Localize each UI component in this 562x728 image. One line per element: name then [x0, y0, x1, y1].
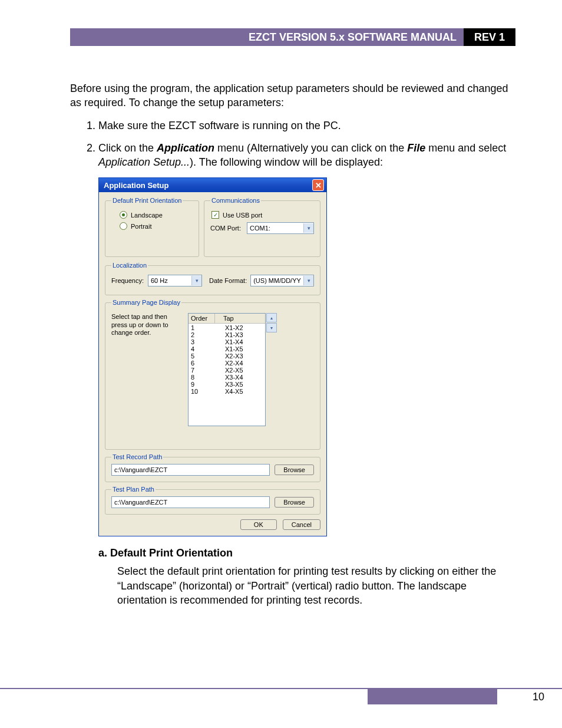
label-frequency: Frequency: — [111, 277, 144, 284]
group-test-plan-path: Test Plan Path c:\Vanguard\EZCT Browse — [105, 486, 320, 515]
list-item[interactable]: 6X2-X4 — [189, 360, 265, 367]
list-item[interactable]: 8X3-X4 — [189, 374, 265, 381]
checkbox-icon: ✓ — [211, 211, 219, 219]
plan-path-input[interactable]: c:\Vanguard\EZCT — [111, 496, 270, 508]
tap-order-listbox[interactable]: Order Tap 1X1-X22X1-X33X1-X44X1-X55X2-X3… — [188, 313, 266, 426]
combo-com-port[interactable]: COM1: ▾ — [247, 222, 314, 234]
menu-file: File — [407, 142, 425, 154]
legend-plan-path: Test Plan Path — [111, 486, 156, 493]
dialog-titlebar[interactable]: Application Setup ✕ — [99, 178, 326, 192]
chevron-down-icon: ▾ — [303, 276, 313, 285]
combo-date-format[interactable]: (US) MM/DD/YY ▾ — [250, 275, 314, 286]
radio-portrait[interactable]: Portrait — [120, 222, 193, 230]
section-a-heading: a. Default Print Orientation — [98, 547, 515, 559]
spin-up-button[interactable]: ▴ — [266, 313, 277, 322]
step-2: Click on the Application menu (Alternati… — [98, 141, 515, 170]
legend-localization: Localization — [111, 262, 148, 269]
legend-record-path: Test Record Path — [111, 453, 163, 460]
ok-button[interactable]: OK — [240, 519, 277, 530]
col-tap: Tap — [215, 314, 265, 323]
dialog-title: Application Setup — [104, 181, 169, 190]
record-path-input[interactable]: c:\Vanguard\EZCT — [111, 464, 270, 476]
label-date-format: Date Format: — [209, 277, 247, 284]
list-item[interactable]: 3X1-X4 — [189, 338, 265, 345]
group-summary-page: Summary Page Display Select tap and then… — [105, 299, 320, 450]
list-item[interactable]: 1X1-X2 — [189, 324, 265, 331]
step-1: Make sure the EZCT software is running o… — [98, 118, 515, 133]
browse-plan-button[interactable]: Browse — [275, 497, 314, 508]
legend-summary: Summary Page Display — [111, 299, 181, 306]
radio-icon — [120, 211, 127, 219]
col-order: Order — [189, 314, 215, 323]
browse-record-button[interactable]: Browse — [275, 465, 314, 475]
chevron-down-icon: ▾ — [191, 276, 201, 285]
group-print-orientation: Default Print Orientation Landscape Port… — [105, 197, 199, 257]
menu-application-setup: Application Setup... — [98, 156, 190, 168]
intro-paragraph: Before using the program, the applicatio… — [70, 81, 515, 110]
steps-list: Make sure the EZCT software is running o… — [70, 118, 515, 170]
group-localization: Localization Frequency: 60 Hz ▾ Date For… — [105, 262, 320, 295]
legend-communications: Communications — [210, 197, 261, 204]
page-footer: 10 — [0, 688, 562, 704]
label-com-port: COM Port: — [210, 225, 243, 232]
spin-down-button[interactable]: ▾ — [266, 323, 277, 332]
chevron-down-icon: ▾ — [303, 223, 313, 233]
combo-frequency[interactable]: 60 Hz ▾ — [148, 275, 202, 286]
list-item[interactable]: 10X4-X5 — [189, 388, 265, 395]
section-a-paragraph: Select the default print orientation for… — [117, 564, 515, 607]
radio-landscape[interactable]: Landscape — [120, 211, 193, 219]
page-header: EZCT VERSION 5.x SOFTWARE MANUAL REV 1 — [70, 28, 515, 46]
list-item[interactable]: 7X2-X5 — [189, 367, 265, 374]
header-title: EZCT VERSION 5.x SOFTWARE MANUAL — [70, 28, 464, 46]
list-item[interactable]: 9X3-X5 — [189, 381, 265, 388]
header-rev: REV 1 — [464, 28, 515, 46]
page-number: 10 — [497, 689, 562, 704]
application-setup-dialog: Application Setup ✕ Default Print Orient… — [98, 177, 327, 536]
menu-application: Application — [157, 142, 214, 154]
group-communications: Communications ✓ Use USB port COM Port: … — [204, 197, 320, 257]
cancel-button[interactable]: Cancel — [283, 519, 320, 530]
summary-help-text: Select tap and then press up or down to … — [111, 313, 182, 426]
radio-icon — [120, 222, 127, 230]
list-item[interactable]: 2X1-X3 — [189, 331, 265, 338]
legend-print-orientation: Default Print Orientation — [111, 197, 183, 204]
list-item[interactable]: 4X1-X5 — [189, 345, 265, 353]
checkbox-use-usb[interactable]: ✓ Use USB port — [211, 211, 314, 219]
close-icon[interactable]: ✕ — [312, 179, 324, 191]
group-test-record-path: Test Record Path c:\Vanguard\EZCT Browse — [105, 453, 320, 482]
list-item[interactable]: 5X2-X3 — [189, 353, 265, 360]
